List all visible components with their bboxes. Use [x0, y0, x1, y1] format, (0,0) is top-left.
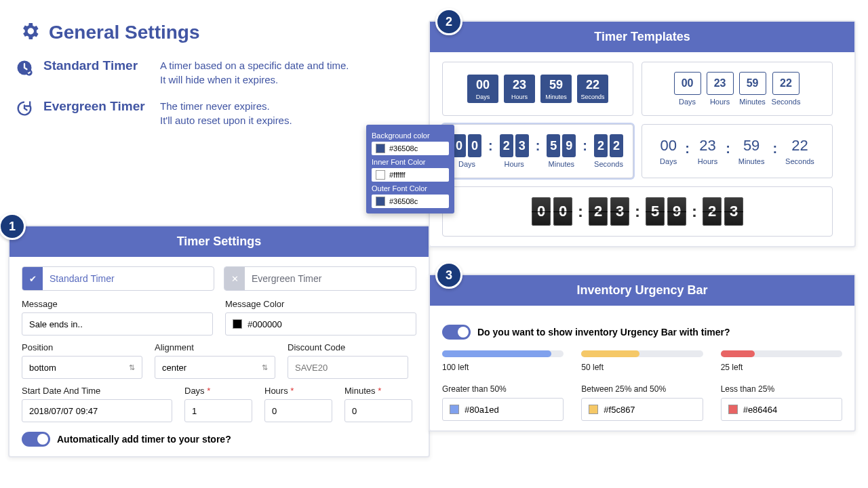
start-datetime-input[interactable]: 2018/07/07 09:47 — [22, 399, 172, 422]
panel-timer-templates: 2 Timer Templates 00Days 23Hours 59Minut… — [429, 20, 856, 247]
urgency-toggle[interactable] — [442, 325, 471, 340]
clock-refresh-icon — [14, 99, 35, 118]
message-input[interactable]: Sale ends in.. — [22, 312, 213, 336]
template-dark-box[interactable]: 00Days 23Hours 59Minutes 22Seconds — [442, 62, 633, 116]
inner-font-input[interactable]: #ffffff — [372, 168, 449, 182]
outer-font-label: Outer Font Color — [372, 184, 449, 192]
page-title: General Settings — [49, 22, 200, 43]
panel-header: Timer Settings — [9, 226, 429, 257]
urgency-rule: Less than 25%#e86464 — [721, 384, 842, 421]
urgency-bar: 50 left — [581, 350, 703, 372]
days-label: Days * — [184, 386, 252, 396]
timer-type-desc: A timer based on a specific date and tim… — [160, 58, 349, 87]
close-icon: ✕ — [224, 267, 245, 290]
timer-type-name: Standard Timer — [43, 58, 152, 73]
urgency-bar: 25 left — [721, 350, 842, 372]
auto-add-toggle[interactable] — [22, 432, 50, 447]
position-select[interactable]: bottom — [22, 356, 142, 379]
urgency-rules: Greater than 50%#80a1edBetween 25% and 5… — [442, 384, 842, 421]
rule-color-input[interactable]: #e86464 — [721, 398, 842, 421]
check-icon: ✔ — [22, 267, 43, 290]
discount-input[interactable] — [288, 356, 408, 379]
template-flip-clock[interactable]: 00: 23: 59: 23 — [442, 186, 833, 237]
panel-header: Inventory Urgency Bar — [430, 275, 854, 306]
rule-color-input[interactable]: #f5c867 — [581, 398, 703, 421]
timer-type-name: Evergreen Timer — [43, 99, 152, 114]
message-color-input[interactable]: #000000 — [225, 312, 416, 336]
tab-evergreen-timer[interactable]: ✕ Evergreen Timer — [224, 266, 416, 291]
urgency-toggle-row: Do you want to show inventory Urgency Ba… — [442, 325, 842, 340]
hours-input[interactable]: 0 — [264, 399, 332, 422]
message-label: Message — [22, 299, 213, 309]
urgency-rule: Greater than 50%#80a1ed — [442, 384, 564, 421]
inner-font-label: Inner Font Color — [372, 158, 449, 166]
hours-label: Hours * — [264, 386, 332, 396]
start-label: Start Date And Time — [22, 386, 172, 396]
color-settings-popup: Background color #36508c Inner Font Colo… — [366, 125, 454, 214]
template-plain[interactable]: 00Days: 23Hours: 59Minutes: 22Seconds — [642, 124, 833, 178]
urgency-rule: Between 25% and 50%#f5c867 — [581, 384, 703, 421]
step-badge-2: 2 — [435, 8, 462, 35]
gear-icon — [19, 20, 41, 45]
urgency-bar: 100 left — [442, 350, 564, 372]
urgency-bars: 100 left50 left25 left — [442, 350, 842, 372]
auto-add-toggle-row: Automatically add timer to your store? — [22, 432, 416, 447]
template-split-digits[interactable]: 00Days: 23Hours: 59Minutes: 22Seconds — [442, 124, 633, 178]
rule-color-input[interactable]: #80a1ed — [442, 398, 564, 421]
minutes-label: Minutes * — [344, 386, 412, 396]
message-color-label: Message Color — [225, 299, 416, 309]
step-badge-3: 3 — [435, 262, 462, 289]
template-outline-box[interactable]: 00Days 23Hours 59Minutes 22Seconds — [642, 62, 833, 116]
bg-color-label: Background color — [372, 131, 449, 140]
bg-color-input[interactable]: #36508c — [372, 142, 449, 155]
clock-check-icon — [14, 58, 35, 77]
tab-standard-timer[interactable]: ✔ Standard Timer — [22, 266, 214, 291]
days-input[interactable]: 1 — [184, 399, 252, 422]
timer-type-desc: The timer never expires. It'll auto rese… — [160, 99, 292, 127]
minutes-input[interactable]: 0 — [344, 399, 412, 422]
urgency-toggle-label: Do you want to show inventory Urgency Ba… — [477, 327, 730, 338]
alignment-label: Alignment — [155, 342, 275, 352]
discount-label: Discount Code — [288, 342, 408, 352]
outer-font-input[interactable]: #36508c — [372, 195, 449, 208]
auto-add-toggle-label: Automatically add timer to your store? — [57, 434, 231, 445]
position-label: Position — [22, 342, 142, 352]
panel-header: Timer Templates — [430, 22, 854, 52]
panel-inventory-urgency: 3 Inventory Urgency Bar Do you want to s… — [429, 274, 856, 432]
panel-timer-settings: 1 Timer Settings ✔ Standard Timer ✕ Ever… — [8, 225, 430, 458]
color-swatch — [233, 319, 242, 329]
alignment-select[interactable]: center — [155, 356, 275, 379]
